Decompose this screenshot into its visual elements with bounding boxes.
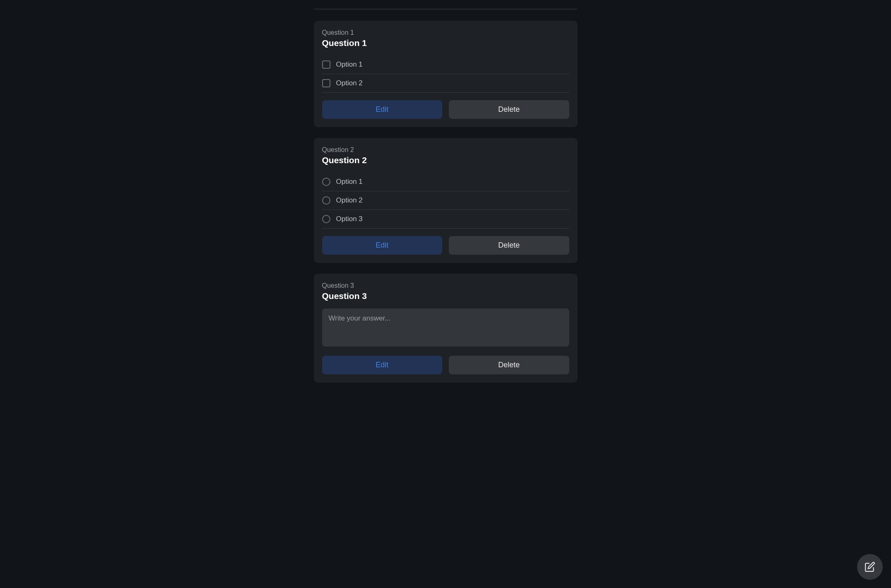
delete-button[interactable]: Delete [449, 100, 569, 119]
option-label: Option 1 [336, 178, 363, 186]
questions-container: Question 1 Question 1 Option 1 Option 2 … [314, 8, 578, 588]
option-row[interactable]: Option 2 [322, 191, 569, 210]
question-label: Question 2 [322, 146, 569, 154]
delete-button[interactable]: Delete [449, 236, 569, 255]
edit-icon [865, 561, 875, 572]
question-label: Question 3 [322, 282, 569, 289]
answer-input[interactable] [322, 308, 569, 347]
question-title: Question 3 [322, 291, 569, 301]
question-card-3: Question 3 Question 3 Edit Delete [314, 274, 578, 383]
edit-button[interactable]: Edit [322, 236, 443, 255]
option-row[interactable]: Option 3 [322, 210, 569, 229]
delete-button[interactable]: Delete [449, 356, 569, 374]
checkbox-icon[interactable] [322, 60, 330, 69]
radio-icon[interactable] [322, 178, 330, 186]
edit-button[interactable]: Edit [322, 356, 443, 374]
previous-card-edge [314, 8, 578, 10]
question-title: Question 1 [322, 38, 569, 48]
radio-icon[interactable] [322, 215, 330, 223]
option-label: Option 2 [336, 79, 363, 87]
option-label: Option 2 [336, 196, 363, 205]
edit-button[interactable]: Edit [322, 100, 443, 119]
question-label: Question 1 [322, 29, 569, 36]
option-row[interactable]: Option 1 [322, 173, 569, 191]
option-row[interactable]: Option 2 [322, 74, 569, 93]
option-label: Option 3 [336, 215, 363, 223]
button-row: Edit Delete [322, 236, 569, 255]
checkbox-icon[interactable] [322, 79, 330, 87]
option-label: Option 1 [336, 60, 363, 69]
radio-icon[interactable] [322, 196, 330, 205]
button-row: Edit Delete [322, 356, 569, 374]
question-card-1: Question 1 Question 1 Option 1 Option 2 … [314, 21, 578, 127]
button-row: Edit Delete [322, 100, 569, 119]
question-title: Question 2 [322, 155, 569, 165]
option-row[interactable]: Option 1 [322, 55, 569, 74]
question-card-2: Question 2 Question 2 Option 1 Option 2 … [314, 138, 578, 263]
fab-compose-button[interactable] [857, 554, 883, 580]
